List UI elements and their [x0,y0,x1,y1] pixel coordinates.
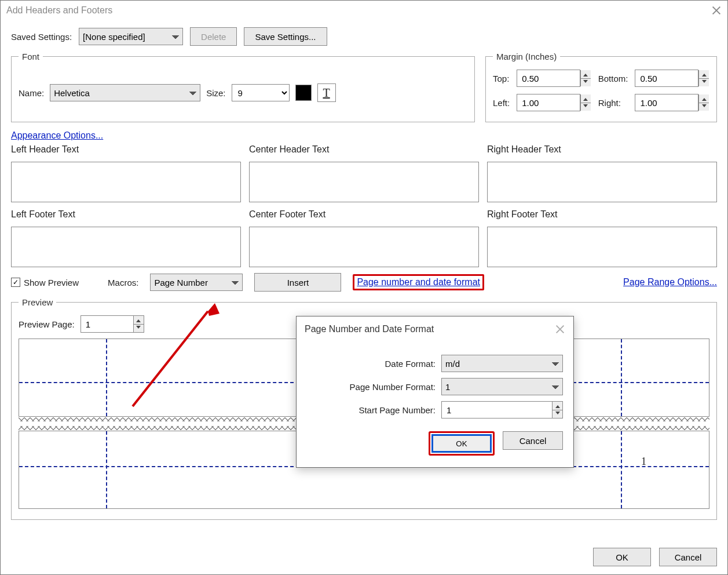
margin-right-spin[interactable] [635,94,709,111]
window-title: Add Headers and Footers [6,5,112,16]
show-preview-label: Show Preview [24,278,79,288]
page-number-format-select[interactable]: 1 [441,378,563,395]
save-settings-button[interactable]: Save Settings... [244,27,327,46]
font-size-select[interactable]: 9 [232,84,290,101]
left-footer-input[interactable] [11,227,241,267]
font-name-select[interactable]: Helvetica [50,84,200,101]
font-group: Font Name: Helvetica Size: 9 T [11,52,475,122]
right-footer-label: Right Footer Text [487,209,717,220]
date-format-select[interactable]: m/d [441,355,563,372]
preview-page-spin[interactable] [81,315,144,333]
page-number-date-format-link[interactable]: Page number and date format [357,277,480,287]
dialog-add-headers-footers: Add Headers and Footers Saved Settings: … [0,0,728,575]
right-header-input[interactable] [487,162,717,202]
appearance-options-link[interactable]: Appearance Options... [11,130,103,140]
margin-top-input[interactable] [517,70,580,87]
saved-settings-label: Saved Settings: [11,32,72,42]
margin-left-spin[interactable] [517,94,591,111]
close-icon[interactable] [711,5,722,16]
center-header-label: Center Header Text [249,144,479,155]
right-header-label: Right Header Text [487,144,717,155]
margin-legend: Margin (Inches) [493,52,560,61]
margin-left-label: Left: [493,98,510,108]
preview-page-label: Preview Page: [19,319,75,329]
date-format-label: Date Format: [385,359,436,369]
delete-button[interactable]: Delete [190,27,237,46]
left-header-input[interactable] [11,162,241,202]
subdialog-ok-button[interactable]: OK [431,434,492,453]
start-page-number-label: Start Page Number: [358,405,436,415]
dialog-page-number-date-format: Page Number and Date Format Date Format:… [296,316,574,468]
ok-button[interactable]: OK [593,548,651,566]
margin-left-input[interactable] [517,94,580,111]
margin-bottom-label: Bottom: [598,74,628,83]
center-footer-label: Center Footer Text [249,209,479,220]
margin-group: Margin (Inches) Top: Bottom: Left: Right… [485,52,717,122]
page-range-options-link[interactable]: Page Range Options... [623,277,717,288]
insert-macro-button[interactable]: Insert [254,273,341,292]
center-header-input[interactable] [249,162,479,202]
font-name-label: Name: [19,88,44,98]
margin-bottom-input[interactable] [635,70,698,87]
underline-toggle[interactable]: T [317,83,336,102]
start-page-number-input[interactable] [441,401,563,418]
margin-top-spin[interactable] [517,70,591,87]
macros-label: Macros: [108,278,138,288]
saved-settings-select[interactable]: [None specified] [79,28,183,45]
start-page-number-spin[interactable] [441,401,563,418]
show-preview-checkbox[interactable]: ✓ Show Preview [11,278,79,288]
subdialog-cancel-button[interactable]: Cancel [503,431,563,450]
annotation-highlight-subdialog-ok: OK [429,431,495,456]
margin-top-label: Top: [493,74,510,83]
margin-bottom-spin[interactable] [635,70,709,87]
cancel-button[interactable]: Cancel [659,548,717,566]
preview-page-number: 1 [641,456,646,468]
preview-legend: Preview [19,297,56,307]
subdialog-close-icon[interactable] [555,324,565,334]
left-footer-label: Left Footer Text [11,209,241,220]
center-footer-input[interactable] [249,227,479,267]
font-color-swatch[interactable] [295,85,312,101]
subdialog-title: Page Number and Date Format [305,324,434,334]
font-size-label: Size: [206,88,225,98]
page-number-format-label: Page Number Format: [350,382,436,392]
macros-select[interactable]: Page Number [150,274,243,291]
margin-right-label: Right: [598,98,628,108]
right-footer-input[interactable] [487,227,717,267]
font-legend: Font [19,52,43,61]
title-bar: Add Headers and Footers [1,1,727,20]
margin-right-input[interactable] [635,94,698,111]
annotation-highlight-format-link: Page number and date format [353,274,484,290]
left-header-label: Left Header Text [11,144,241,155]
